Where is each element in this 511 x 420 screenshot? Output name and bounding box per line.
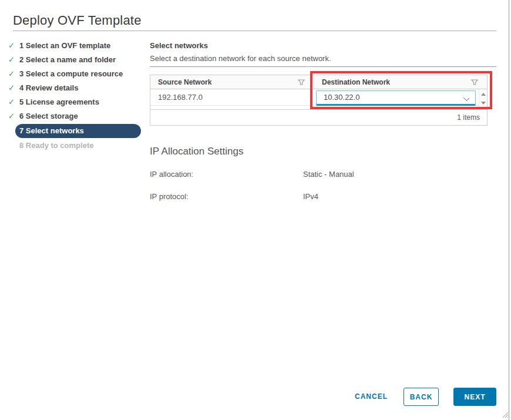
section-heading: Select networks xyxy=(150,41,208,50)
table-scrollbar xyxy=(479,90,486,107)
check-icon: ✓ xyxy=(8,53,18,67)
ip-allocation-value: Static - Manual xyxy=(303,170,354,179)
column-header-destination-network: Destination Network xyxy=(314,75,487,89)
content-divider xyxy=(150,66,496,67)
resize-grip[interactable] xyxy=(500,410,509,418)
step-1-select-ovf-template[interactable]: ✓ 1 Select an OVF template xyxy=(0,39,147,53)
check-icon: ✓ xyxy=(8,39,18,53)
ip-allocation-settings-heading: IP Allocation Settings xyxy=(150,146,243,157)
check-icon: ✓ xyxy=(8,67,18,81)
page-title: Deploy OVF Template xyxy=(13,13,142,28)
selected-network-value: 10.30.22.0 xyxy=(324,93,359,102)
step-label: Select storage xyxy=(26,112,78,120)
cancel-button[interactable]: CANCEL xyxy=(355,388,388,405)
scroll-down-button[interactable] xyxy=(479,99,487,107)
step-3-select-compute-resource[interactable]: ✓ 3 Select a compute resource xyxy=(0,67,147,81)
destination-network-select[interactable]: 10.30.22.0 xyxy=(316,90,476,106)
empty-row-strip xyxy=(150,106,487,110)
deploy-ovf-dialog: Deploy OVF Template ✓ 1 Select an OVF te… xyxy=(0,0,511,420)
step-label: Review details xyxy=(26,83,79,92)
step-label: Ready to complete xyxy=(26,141,94,150)
table-row: 192.168.77.0 10.30.22.0 xyxy=(150,89,487,106)
triangle-down-icon xyxy=(481,102,486,105)
step-number: 5 xyxy=(19,98,23,106)
table-header-row: Source Network Destination Network xyxy=(150,75,487,89)
step-label: Select an OVF template xyxy=(26,41,111,50)
column-header-source-network: Source Network xyxy=(150,75,314,89)
check-icon: ✓ xyxy=(8,109,18,123)
step-5-license-agreements[interactable]: ✓ 5 License agreements xyxy=(0,95,147,109)
ip-protocol-value: IPv4 xyxy=(303,192,318,201)
triangle-up-icon xyxy=(481,93,486,96)
filter-icon[interactable] xyxy=(297,78,305,86)
source-network-cell: 192.168.77.0 xyxy=(150,89,314,105)
filter-icon[interactable] xyxy=(470,78,479,86)
destination-network-cell: 10.30.22.0 xyxy=(314,89,487,105)
step-label: Select a name and folder xyxy=(26,55,116,64)
scroll-up-button[interactable] xyxy=(479,90,487,99)
step-number: 4 xyxy=(19,83,23,92)
next-button[interactable]: NEXT xyxy=(453,388,496,406)
step-7-select-networks[interactable]: 7 Select networks xyxy=(0,124,147,138)
step-number: 8 xyxy=(19,141,23,150)
step-4-review-details[interactable]: ✓ 4 Review details xyxy=(0,81,147,95)
back-button[interactable]: BACK xyxy=(404,388,439,406)
wizard-steps: ✓ 1 Select an OVF template ✓ 2 Select a … xyxy=(0,39,147,153)
chevron-down-icon xyxy=(464,95,469,100)
title-divider xyxy=(13,31,496,31)
step-number: 6 xyxy=(19,112,23,120)
step-number: 2 xyxy=(19,55,23,64)
step-label: Select a compute resource xyxy=(26,69,123,78)
step-6-select-storage[interactable]: ✓ 6 Select storage xyxy=(0,109,147,123)
step-2-select-name-folder[interactable]: ✓ 2 Select a name and folder xyxy=(0,53,147,67)
step-8-ready-to-complete: 8 Ready to complete xyxy=(0,139,147,153)
step-label: Select networks xyxy=(26,126,84,135)
step-number: 1 xyxy=(19,41,23,50)
check-icon: ✓ xyxy=(8,81,18,95)
step-label: License agreements xyxy=(26,98,99,106)
step-number: 7 xyxy=(19,126,23,135)
section-subheading: Select a destination network for each so… xyxy=(150,54,331,63)
check-icon: ✓ xyxy=(8,95,18,109)
ip-allocation-label: IP allocation: xyxy=(150,170,193,179)
network-mapping-table: Source Network Destination Network 192.1… xyxy=(150,75,488,126)
table-footer-items-count: 1 items xyxy=(150,110,487,125)
dialog-border xyxy=(509,0,509,420)
step-number: 3 xyxy=(19,69,23,78)
ip-protocol-label: IP protocol: xyxy=(150,192,189,201)
